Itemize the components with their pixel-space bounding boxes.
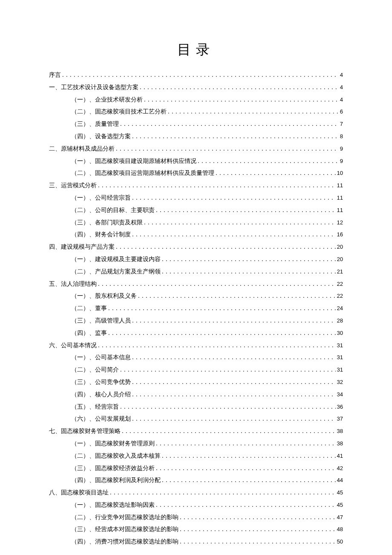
toc-entry-label: （三）、固态橡胶经济效益分析 xyxy=(71,463,155,474)
toc-entry[interactable]: （一）、公司经营宗旨. . . . . . . . . . . . . . . … xyxy=(49,193,343,203)
toc-entry-label: （三）、经营成本对固态橡胶选址的影响 xyxy=(71,524,179,535)
toc-leader-dots: . . . . . . . . . . . . . . . . . . . . … xyxy=(108,328,336,338)
toc-entry[interactable]: （二）、产品规划方案及生产纲领. . . . . . . . . . . . .… xyxy=(49,267,343,277)
toc-entry-page: 4 xyxy=(340,83,343,92)
toc-entry[interactable]: （四）、设备选型方案. . . . . . . . . . . . . . . … xyxy=(49,131,343,142)
toc-leader-dots: . . . . . . . . . . . . . . . . . . . . … xyxy=(180,524,336,535)
toc-leader-dots: . . . . . . . . . . . . . . . . . . . . … xyxy=(116,144,339,154)
toc-entry-label: 六、公司基本情况 xyxy=(49,340,97,351)
toc-entry-page: 9 xyxy=(340,144,343,154)
toc-entry-label: （五）、经营宗旨 xyxy=(71,402,119,412)
toc-entry[interactable]: （三）、高级管理人员. . . . . . . . . . . . . . . … xyxy=(49,316,343,326)
toc-entry[interactable]: 一、工艺技术设计及设备选型方案. . . . . . . . . . . . .… xyxy=(49,82,343,93)
toc-entry[interactable]: （四）、核心人员介绍. . . . . . . . . . . . . . . … xyxy=(49,389,343,400)
toc-entry-page: 32 xyxy=(337,378,343,387)
toc-leader-dots: . . . . . . . . . . . . . . . . . . . . … xyxy=(140,82,339,93)
toc-entry-label: （二）、董事 xyxy=(71,303,107,314)
toc-leader-dots: . . . . . . . . . . . . . . . . . . . . … xyxy=(216,168,336,178)
toc-leader-dots: . . . . . . . . . . . . . . . . . . . . … xyxy=(110,488,336,498)
toc-entry-page: 11 xyxy=(337,206,343,215)
toc-leader-dots: . . . . . . . . . . . . . . . . . . . . … xyxy=(198,156,339,166)
toc-entry-page: 44 xyxy=(337,476,343,485)
toc-entry-page: 22 xyxy=(337,279,343,289)
toc-entry[interactable]: （二）、固态橡胶收入及成本核算. . . . . . . . . . . . .… xyxy=(49,451,343,461)
toc-entry-label: （二）、固态橡胶项目运营期原辅材料供应及质量管理 xyxy=(71,168,214,178)
toc-entry-page: 21 xyxy=(337,267,343,276)
toc-entry-page: 11 xyxy=(337,181,343,190)
toc-entry-page: 36 xyxy=(337,402,343,412)
toc-leader-dots: . . . . . . . . . . . . . . . . . . . . … xyxy=(122,426,336,436)
toc-entry-page: 12 xyxy=(337,218,343,227)
toc-entry[interactable]: （五）、经营宗旨. . . . . . . . . . . . . . . . … xyxy=(49,402,343,412)
toc-entry[interactable]: 二、原辅材料及成品分析. . . . . . . . . . . . . . .… xyxy=(49,144,343,154)
toc-entry-label: （二）、产品规划方案及生产纲领 xyxy=(71,267,161,277)
toc-leader-dots: . . . . . . . . . . . . . . . . . . . . … xyxy=(162,267,336,277)
toc-entry-label: 二、原辅材料及成品分析 xyxy=(49,144,115,154)
toc-entry[interactable]: （三）、各部门职责及权限. . . . . . . . . . . . . . … xyxy=(49,218,343,228)
toc-entry[interactable]: （一）、固态橡胶项目建设期原辅材料供应情况. . . . . . . . . .… xyxy=(49,156,343,166)
toc-entry[interactable]: （六）、公司发展规划. . . . . . . . . . . . . . . … xyxy=(49,414,343,424)
toc-entry[interactable]: （一）、固态橡胶财务管理原则. . . . . . . . . . . . . … xyxy=(49,439,343,449)
toc-entry[interactable]: （三）、公司竞争优势. . . . . . . . . . . . . . . … xyxy=(49,377,343,387)
toc-leader-dots: . . . . . . . . . . . . . . . . . . . . … xyxy=(132,316,336,326)
toc-entry-page: 9 xyxy=(340,157,343,166)
toc-entry-label: （一）、股东权利及义务 xyxy=(71,291,137,301)
toc-leader-dots: . . . . . . . . . . . . . . . . . . . . … xyxy=(144,218,336,228)
toc-entry-label: （三）、公司竞争优势 xyxy=(71,377,131,387)
toc-leader-dots: . . . . . . . . . . . . . . . . . . . . … xyxy=(132,193,336,203)
toc-entry-page: 31 xyxy=(337,341,343,350)
toc-leader-dots: . . . . . . . . . . . . . . . . . . . . … xyxy=(120,402,336,412)
toc-leader-dots: . . . . . . . . . . . . . . . . . . . . … xyxy=(168,107,339,117)
toc-entry-page: 11 xyxy=(337,193,343,203)
toc-entry[interactable]: （二）、董事. . . . . . . . . . . . . . . . . … xyxy=(49,303,343,314)
toc-entry[interactable]: （二）、行业竞争对固态橡胶选址的影响. . . . . . . . . . . … xyxy=(49,512,343,523)
toc-entry-label: （三）、高级管理人员 xyxy=(71,316,131,326)
toc-entry-page: 34 xyxy=(337,390,343,399)
toc-entry-page: 41 xyxy=(337,451,343,461)
toc-entry-label: （六）、公司发展规划 xyxy=(71,414,131,424)
toc-entry[interactable]: （三）、固态橡胶经济效益分析. . . . . . . . . . . . . … xyxy=(49,463,343,474)
toc-entry-page: 4 xyxy=(340,95,343,105)
toc-leader-dots: . . . . . . . . . . . . . . . . . . . . … xyxy=(132,377,336,387)
toc-entry[interactable]: （四）、固态橡胶利润及利润分配. . . . . . . . . . . . .… xyxy=(49,475,343,485)
toc-leader-dots: . . . . . . . . . . . . . . . . . . . . … xyxy=(156,500,336,510)
toc-leader-dots: . . . . . . . . . . . . . . . . . . . . … xyxy=(116,242,336,252)
toc-entry-label: （一）、企业技术研发分析 xyxy=(71,95,143,105)
toc-entry[interactable]: （二）、公司的目标、主要职责. . . . . . . . . . . . . … xyxy=(49,205,343,215)
toc-leader-dots: . . . . . . . . . . . . . . . . . . . . … xyxy=(138,291,336,301)
toc-entry[interactable]: （四）、监事. . . . . . . . . . . . . . . . . … xyxy=(49,328,343,338)
toc-entry[interactable]: （四）、财务会计制度. . . . . . . . . . . . . . . … xyxy=(49,230,343,240)
toc-entry[interactable]: （四）、消费习惯对固态橡胶选址的影响. . . . . . . . . . . … xyxy=(49,537,343,547)
toc-entry[interactable]: 四、建设规模与产品方案. . . . . . . . . . . . . . .… xyxy=(49,242,343,252)
toc-entry-label: 七、固态橡胶财务管理策略 xyxy=(49,426,121,436)
toc-entry[interactable]: 三、运营模式分析. . . . . . . . . . . . . . . . … xyxy=(49,180,343,191)
toc-entry[interactable]: （二）、固态橡胶项目运营期原辅材料供应及质量管理. . . . . . . . … xyxy=(49,168,343,178)
toc-entry-label: （一）、公司基本信息 xyxy=(71,352,131,363)
toc-entry[interactable]: （三）、经营成本对固态橡胶选址的影响. . . . . . . . . . . … xyxy=(49,524,343,535)
toc-entry[interactable]: （二）、固态橡胶项目技术工艺分析. . . . . . . . . . . . … xyxy=(49,107,343,117)
toc-entry-label: （二）、固态橡胶收入及成本核算 xyxy=(71,451,161,461)
toc-entry[interactable]: （二）、公司简介. . . . . . . . . . . . . . . . … xyxy=(49,365,343,375)
toc-entry[interactable]: 六、公司基本情况. . . . . . . . . . . . . . . . … xyxy=(49,340,343,351)
toc-entry-page: 30 xyxy=(337,328,343,338)
toc-entry[interactable]: （三）、质量管理. . . . . . . . . . . . . . . . … xyxy=(49,119,343,129)
toc-entry[interactable]: 八、固态橡胶项目选址. . . . . . . . . . . . . . . … xyxy=(49,488,343,498)
toc-leader-dots: . . . . . . . . . . . . . . . . . . . . … xyxy=(162,451,336,461)
toc-entry[interactable]: 序言. . . . . . . . . . . . . . . . . . . … xyxy=(49,70,343,80)
toc-entry[interactable]: 七、固态橡胶财务管理策略. . . . . . . . . . . . . . … xyxy=(49,426,343,436)
toc-entry-label: （一）、公司经营宗旨 xyxy=(71,193,131,203)
toc-leader-dots: . . . . . . . . . . . . . . . . . . . . … xyxy=(144,95,339,105)
toc-leader-dots: . . . . . . . . . . . . . . . . . . . . … xyxy=(162,254,336,264)
toc-entry[interactable]: （一）、公司基本信息. . . . . . . . . . . . . . . … xyxy=(49,352,343,363)
toc-entry[interactable]: 五、法人治理结构. . . . . . . . . . . . . . . . … xyxy=(49,279,343,289)
toc-entry-page: 48 xyxy=(337,525,343,534)
toc-entry[interactable]: （一）、股东权利及义务. . . . . . . . . . . . . . .… xyxy=(49,291,343,301)
toc-entry-label: 四、建设规模与产品方案 xyxy=(49,242,115,252)
toc-entry[interactable]: （一）、企业技术研发分析. . . . . . . . . . . . . . … xyxy=(49,95,343,105)
toc-entry-page: 31 xyxy=(337,353,343,362)
toc-entry[interactable]: （一）、建设规模及主要建设内容. . . . . . . . . . . . .… xyxy=(49,254,343,264)
toc-leader-dots: . . . . . . . . . . . . . . . . . . . . … xyxy=(98,279,336,289)
toc-entry[interactable]: （一）、固态橡胶选址影响因素. . . . . . . . . . . . . … xyxy=(49,500,343,510)
toc-entry-page: 22 xyxy=(337,291,343,301)
toc-entry-page: 7 xyxy=(340,119,343,129)
